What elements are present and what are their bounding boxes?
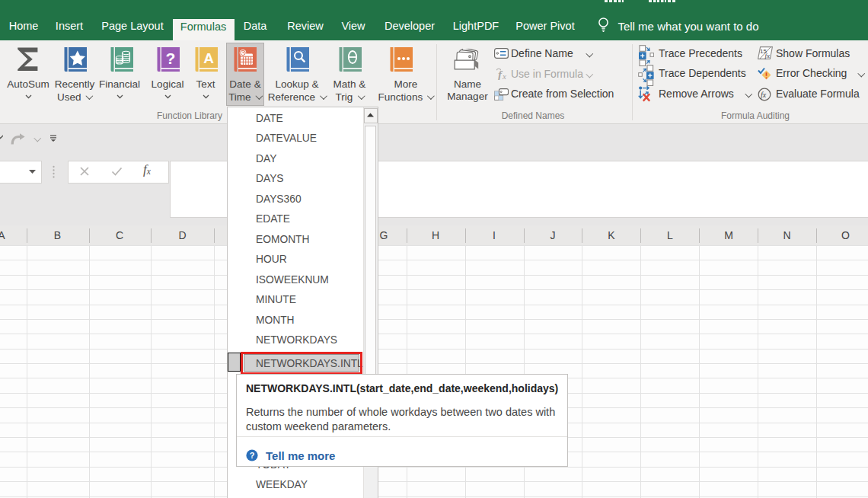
svg-text:x: x <box>502 72 506 80</box>
svg-text:A: A <box>203 50 214 66</box>
svg-text:fx: fx <box>761 91 767 99</box>
svg-text:?: ? <box>166 49 176 67</box>
svg-text:fx: fx <box>765 52 771 59</box>
svg-text:?: ? <box>250 451 255 460</box>
